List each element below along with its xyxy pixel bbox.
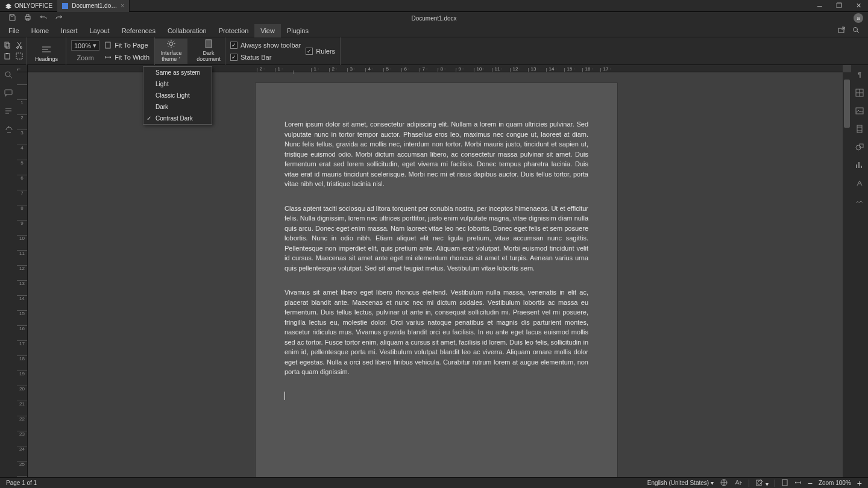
search-icon[interactable] [852, 27, 860, 35]
headings-button[interactable]: Headings [32, 39, 61, 64]
menu-view[interactable]: View [254, 24, 281, 37]
menu-insert[interactable]: Insert [55, 24, 84, 37]
vertical-scrollbar[interactable] [843, 72, 851, 477]
minimize-button[interactable]: ─ [810, 0, 829, 12]
chart-settings-icon[interactable] [855, 160, 864, 170]
zoom-input[interactable]: 100%▾ [71, 40, 99, 51]
fit-page-icon [104, 42, 112, 49]
editor-area: ⌐ · 2 ·· 1 ·· 1 ·· 2 ·· 3 ·· 4 ·· 5 ·· 6… [17, 65, 851, 477]
redo-icon[interactable] [55, 14, 63, 22]
onlyoffice-icon [5, 2, 12, 10]
menu-layout[interactable]: Layout [84, 24, 116, 37]
svg-rect-8 [6, 53, 8, 54]
doclang-icon[interactable] [734, 479, 743, 487]
language-selector[interactable]: English (United States) ▾ [647, 480, 714, 486]
open-location-icon[interactable] [838, 27, 845, 35]
svg-rect-19 [857, 125, 862, 133]
navigation-icon[interactable] [4, 106, 13, 116]
interface-theme-dropdown: Same as systemLightClassic LightDarkCont… [143, 66, 212, 125]
user-avatar[interactable]: a [854, 13, 863, 23]
theme-option-dark[interactable]: Dark [143, 101, 212, 113]
svg-point-4 [854, 27, 858, 31]
theme-option-light[interactable]: Light [143, 78, 212, 90]
document-title: Document1.docx [411, 15, 456, 22]
svg-rect-14 [206, 39, 212, 47]
comments-icon[interactable] [4, 88, 13, 98]
ruler-corner[interactable]: ⌐ [17, 65, 28, 72]
document-icon [62, 3, 68, 9]
paragraph-settings-icon[interactable]: ¶ [855, 70, 864, 80]
zoom-in-button[interactable]: + [857, 478, 862, 488]
fit-width-icon [104, 54, 112, 61]
window-controls: ─ ❐ ✕ [810, 0, 868, 12]
document-tab[interactable]: Document1.do… × [57, 0, 130, 12]
checkbox-icon [230, 54, 237, 61]
find-icon[interactable] [4, 70, 13, 80]
theme-option-contrast-dark[interactable]: Contrast Dark [143, 113, 212, 124]
titlebar: ONLYOFFICE Document1.do… × ─ ❐ ✕ [0, 0, 868, 12]
vertical-ruler[interactable]: 1234567891011121314151617181920212223242… [17, 72, 28, 477]
svg-point-15 [5, 72, 10, 77]
paste-icon[interactable] [4, 52, 11, 61]
fit-page-status-icon[interactable] [781, 479, 788, 487]
paragraph[interactable]: Vivamus sit amet libero eget libero rhon… [285, 287, 588, 377]
fit-to-width-button[interactable]: Fit To Width [104, 52, 149, 62]
checkbox-icon [230, 42, 237, 49]
save-icon[interactable] [8, 14, 16, 22]
cut-icon[interactable] [16, 42, 23, 50]
svg-rect-16 [5, 90, 12, 95]
app-logo: ONLYOFFICE [0, 2, 57, 10]
theme-option-classic-light[interactable]: Classic Light [143, 90, 212, 101]
checkbox-icon [306, 48, 313, 55]
svg-point-9 [17, 46, 19, 48]
svg-rect-5 [5, 42, 8, 47]
maximize-button[interactable]: ❐ [829, 0, 849, 12]
quick-access-bar: Document1.docx a [0, 12, 868, 24]
spellcheck-icon[interactable] [720, 479, 728, 487]
always-show-toolbar-checkbox[interactable]: Always show toolbar [230, 40, 301, 50]
scrollbar-thumb[interactable] [844, 80, 850, 128]
feedback-icon[interactable] [4, 124, 13, 134]
svg-rect-6 [6, 43, 10, 48]
menubar: File Home Insert Layout References Colla… [0, 24, 868, 37]
undo-icon[interactable] [40, 14, 47, 22]
document-page[interactable]: Lorem ipsum dolor sit amet, consectetur … [256, 83, 617, 477]
menu-collaboration[interactable]: Collaboration [162, 24, 213, 37]
headings-icon [41, 45, 52, 55]
svg-rect-18 [856, 108, 863, 114]
interface-theme-button[interactable]: Interface theme ˄ [155, 39, 187, 64]
menu-plugins[interactable]: Plugins [281, 24, 315, 37]
status-bar-checkbox[interactable]: Status Bar [230, 52, 301, 62]
shape-settings-icon[interactable] [855, 142, 864, 152]
dark-document-button[interactable]: Dark document [192, 39, 225, 64]
fit-to-page-button[interactable]: Fit To Page [104, 40, 149, 50]
tab-close-icon[interactable]: × [121, 2, 124, 9]
menu-references[interactable]: References [116, 24, 162, 37]
menu-home[interactable]: Home [25, 24, 55, 37]
menu-file[interactable]: File [2, 24, 25, 37]
zoom-indicator[interactable]: Zoom 100% [819, 480, 851, 486]
paragraph[interactable]: Lorem ipsum dolor sit amet, consectetur … [285, 119, 588, 189]
page-indicator[interactable]: Page 1 of 1 [6, 480, 37, 486]
select-all-icon[interactable] [16, 52, 23, 61]
theme-option-same-as-system[interactable]: Same as system [143, 67, 212, 78]
header-footer-icon[interactable] [855, 124, 864, 134]
paragraph[interactable]: Class aptent taciti sociosqu ad litora t… [285, 204, 588, 274]
table-settings-icon[interactable] [855, 88, 864, 98]
text-cursor [285, 392, 285, 400]
textart-settings-icon[interactable] [855, 178, 864, 188]
svg-point-13 [169, 42, 173, 45]
fit-width-status-icon[interactable] [794, 479, 802, 487]
rulers-checkbox[interactable]: Rulers [306, 46, 335, 56]
signature-icon[interactable] [855, 196, 864, 206]
close-button[interactable]: ✕ [849, 0, 868, 12]
left-sidebar [0, 65, 17, 477]
menu-protection[interactable]: Protection [213, 24, 255, 37]
svg-rect-7 [5, 54, 10, 59]
svg-rect-11 [16, 53, 22, 59]
print-icon[interactable] [24, 14, 31, 22]
track-changes-icon[interactable]: ▾ [755, 479, 769, 487]
copy-icon[interactable] [4, 42, 11, 50]
zoom-out-button[interactable]: − [808, 478, 813, 488]
image-settings-icon[interactable] [855, 106, 864, 116]
